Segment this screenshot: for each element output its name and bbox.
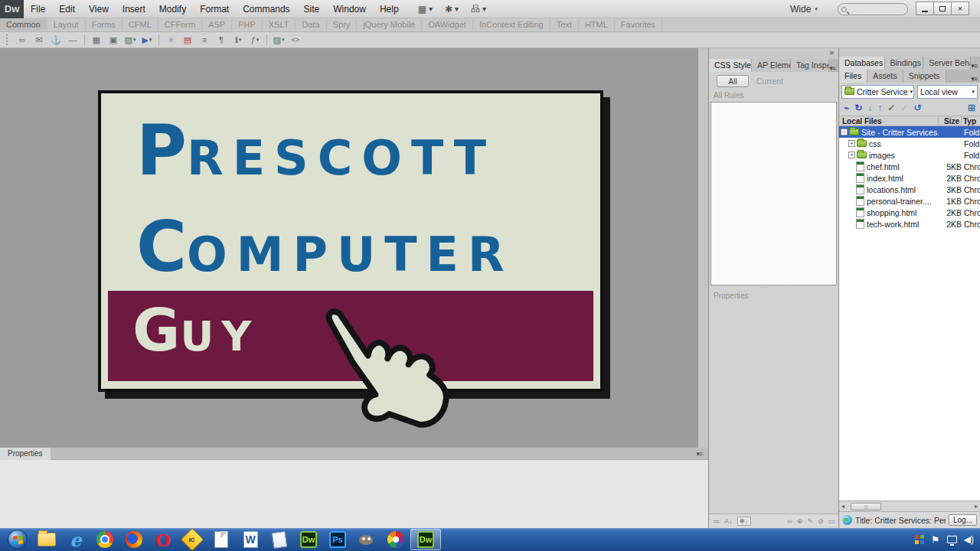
- collapse-expander-icon[interactable]: −: [841, 129, 848, 135]
- tab-bindings[interactable]: Bindings: [885, 57, 924, 70]
- expand-expander-icon[interactable]: +: [848, 140, 855, 147]
- table-icon[interactable]: ▦: [88, 33, 105, 47]
- comment-icon[interactable]: ¶: [213, 33, 230, 47]
- insert-tab-layout[interactable]: Layout: [47, 19, 86, 31]
- menu-insert[interactable]: Insert: [116, 0, 152, 18]
- scrollbar-thumb[interactable]: ⁞⁞: [851, 503, 881, 510]
- insert-tab-xslt[interactable]: XSLT: [263, 19, 296, 31]
- tree-row-tech-work[interactable]: tech-work.html 2KB Chro: [839, 218, 980, 230]
- tree-row-site[interactable]: − Site - Critter Services... Folde: [839, 126, 980, 138]
- insert-div-icon[interactable]: ▣: [105, 33, 122, 47]
- chrome-icon[interactable]: [90, 528, 119, 551]
- windows-explorer-icon[interactable]: [32, 528, 61, 551]
- check-in-icon[interactable]: ✓: [900, 103, 908, 113]
- view-select[interactable]: Local view ▾: [917, 85, 978, 99]
- scroll-right-icon[interactable]: ▸: [975, 503, 980, 510]
- tree-row-images[interactable]: + images Folde: [839, 149, 980, 161]
- menu-format[interactable]: Format: [193, 0, 236, 18]
- notepad-icon[interactable]: [265, 528, 294, 551]
- tag-chooser-icon[interactable]: <>: [287, 33, 304, 47]
- action-center-flag-icon[interactable]: ⚑: [931, 534, 940, 546]
- word-icon[interactable]: W: [236, 528, 265, 551]
- panel-collapse-strip[interactable]: »: [709, 48, 838, 59]
- insert-tab-html[interactable]: HTML: [579, 19, 615, 31]
- widget-icon[interactable]: ✳: [162, 33, 179, 47]
- tab-databases[interactable]: Databases: [839, 57, 885, 70]
- menu-edit[interactable]: Edit: [52, 0, 82, 18]
- menu-help[interactable]: Help: [373, 0, 406, 18]
- show-set-properties-icon[interactable]: ✱↓: [737, 517, 751, 526]
- menu-commands[interactable]: Commands: [236, 0, 296, 18]
- insert-tab-spry[interactable]: Spry: [327, 19, 358, 31]
- dreamweaver-active-icon[interactable]: Dw: [410, 529, 441, 550]
- column-size[interactable]: Size: [939, 117, 962, 126]
- insert-tab-cfml[interactable]: CFML: [122, 19, 158, 31]
- panel-menu-icon[interactable]: ▾≡: [829, 64, 835, 72]
- panel-menu-icon[interactable]: ▾≡: [971, 75, 977, 83]
- libreoffice-document-icon[interactable]: [207, 528, 236, 551]
- firefox-icon[interactable]: [119, 528, 149, 551]
- edit-style-icon[interactable]: ✎: [807, 517, 813, 525]
- image-icon[interactable]: ▧▾: [122, 33, 139, 47]
- insert-tab-php[interactable]: PHP: [232, 19, 263, 31]
- site-manager-button[interactable]: 品 ▾: [471, 2, 486, 15]
- photoshop-icon[interactable]: Ps: [323, 528, 352, 551]
- tab-css-styles[interactable]: CSS Styles: [709, 59, 752, 72]
- insert-tab-cfform[interactable]: CFForm: [158, 19, 202, 31]
- css-rules-list[interactable]: [710, 102, 837, 285]
- synchronize-icon[interactable]: ↺: [913, 103, 921, 113]
- workspace-switcher[interactable]: Wide ▾: [790, 0, 818, 18]
- extensions-button[interactable]: ✱ ▾: [445, 4, 459, 15]
- internet-explorer-icon[interactable]: e: [61, 528, 90, 551]
- start-button[interactable]: [3, 528, 32, 551]
- log-button[interactable]: Log...: [949, 514, 977, 526]
- scroll-left-icon[interactable]: ◂: [839, 503, 844, 510]
- menu-window[interactable]: Window: [326, 0, 373, 18]
- properties-tab[interactable]: Properties: [0, 448, 51, 460]
- menu-modify[interactable]: Modify: [152, 0, 193, 18]
- disable-property-icon[interactable]: ⊘: [818, 517, 824, 525]
- server-side-include-icon[interactable]: ≡: [196, 33, 213, 47]
- volume-icon[interactable]: ◀): [964, 534, 974, 545]
- get-file-icon[interactable]: ↓: [867, 103, 872, 113]
- minimize-button[interactable]: [916, 2, 934, 15]
- tree-row-css[interactable]: + css Folde: [839, 138, 980, 149]
- menu-file[interactable]: File: [24, 0, 52, 18]
- show-category-view-icon[interactable]: ≔: [713, 517, 720, 525]
- insert-tab-asp[interactable]: ASP: [202, 19, 232, 31]
- email-link-icon[interactable]: ✉: [31, 33, 47, 47]
- display-settings-icon[interactable]: [947, 536, 957, 543]
- insert-tab-favorites[interactable]: Favorites: [615, 19, 662, 31]
- panel-menu-icon[interactable]: ▾≡: [971, 62, 977, 70]
- tree-row-index[interactable]: index.html 2KB Chro: [839, 172, 980, 184]
- tree-row-personal-trainer[interactable]: personal-trainer.... 1KB Chro: [839, 195, 980, 207]
- tab-server-behaviors[interactable]: Server Behavior: [923, 57, 971, 70]
- panel-menu-icon[interactable]: ▾≡: [696, 450, 702, 458]
- attach-style-sheet-icon[interactable]: ∞: [787, 517, 792, 525]
- menu-site[interactable]: Site: [297, 0, 327, 18]
- hyperlink-icon[interactable]: ∞: [14, 33, 31, 47]
- tab-ap-elements[interactable]: AP Eleme: [752, 59, 791, 72]
- tab-assets[interactable]: Assets: [867, 70, 903, 83]
- search-input[interactable]: [838, 3, 908, 15]
- tab-tag-inspector[interactable]: Tag Inspe: [791, 59, 829, 72]
- column-local-files[interactable]: Local Files: [839, 117, 939, 126]
- new-css-rule-icon[interactable]: ⊕: [797, 517, 803, 525]
- insert-tab-text[interactable]: Text: [550, 19, 579, 31]
- tray-program-grid-icon[interactable]: [915, 535, 924, 544]
- workspace-layout-button[interactable]: ▦ ▾: [418, 4, 433, 15]
- dreamweaver-icon[interactable]: Dw: [294, 528, 323, 551]
- named-anchor-icon[interactable]: ⚓: [47, 33, 64, 47]
- css-all-button[interactable]: All: [717, 75, 749, 87]
- insert-tab-incontext-editing[interactable]: InContext Editing: [473, 19, 550, 31]
- column-type[interactable]: Typ: [962, 117, 980, 126]
- insert-tab-jquery-mobile[interactable]: jQuery Mobile: [357, 19, 422, 31]
- script-icon[interactable]: ƒ▾: [247, 33, 263, 47]
- connect-icon[interactable]: ⌁: [844, 103, 849, 113]
- tree-row-chef[interactable]: chef.html 5KB Chro: [839, 161, 980, 172]
- menu-view[interactable]: View: [82, 0, 116, 18]
- insert-tab-forms[interactable]: Forms: [86, 19, 122, 31]
- insert-tab-data[interactable]: Data: [296, 19, 326, 31]
- expand-panel-icon[interactable]: ⊞: [968, 103, 975, 113]
- date-icon[interactable]: ▤: [179, 33, 196, 47]
